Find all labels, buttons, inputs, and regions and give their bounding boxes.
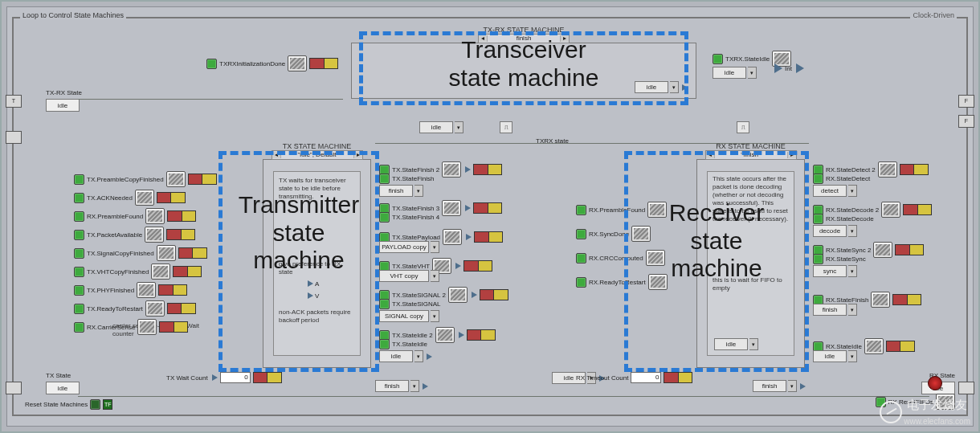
ring-dropdown-icon[interactable]: ▾ bbox=[670, 81, 679, 93]
compare-icon bbox=[800, 383, 806, 390]
compare-icon bbox=[427, 353, 432, 360]
bool-indicator-icon bbox=[74, 193, 84, 203]
tx-bool-1: TX.ACKNeeded bbox=[87, 194, 133, 202]
shift-register-right-2[interactable]: F bbox=[958, 115, 974, 128]
prev-case-icon[interactable]: ◂ bbox=[272, 152, 281, 158]
error-cluster-icon bbox=[892, 294, 921, 305]
tx-out-11: TX.StateIdle 2 bbox=[392, 332, 433, 339]
subvi-icon[interactable] bbox=[145, 300, 165, 317]
tx-and-gate: A bbox=[306, 280, 319, 288]
txrx-case-selector[interactable]: ◂ finish ▸ bbox=[478, 34, 570, 43]
ring-dropdown-icon[interactable]: ▾ bbox=[431, 241, 439, 253]
bool-indicator-icon bbox=[74, 267, 84, 277]
ring-dropdown-icon[interactable]: ▾ bbox=[431, 270, 439, 282]
tx-state-control-value[interactable]: idle bbox=[46, 382, 80, 394]
shift-register-left-2[interactable] bbox=[6, 131, 22, 144]
bool-indicator-icon bbox=[74, 285, 84, 296]
rx-out-2: detect bbox=[821, 187, 839, 194]
subvi-icon[interactable] bbox=[647, 202, 667, 218]
txrx-state-control[interactable]: TX-RX State idle bbox=[46, 89, 82, 112]
subvi-icon[interactable] bbox=[631, 226, 651, 242]
rx-idle-out: idle bbox=[726, 341, 736, 348]
subvi-icon[interactable] bbox=[881, 202, 900, 218]
subvi-icon[interactable] bbox=[137, 319, 157, 335]
ring-dropdown-icon[interactable]: ▾ bbox=[848, 265, 857, 277]
subvi-icon[interactable] bbox=[435, 327, 455, 343]
subvi-icon[interactable] bbox=[442, 200, 461, 216]
subvi-icon[interactable] bbox=[288, 55, 307, 71]
subvi-icon[interactable] bbox=[448, 287, 468, 303]
shift-register-right-3[interactable] bbox=[958, 382, 974, 394]
txrx-state-machine-case: TX-RX STATE MACHINE ◂ finish ▸ idle ▾ bbox=[351, 43, 696, 99]
shift-register-right[interactable]: F bbox=[958, 95, 974, 108]
subvi-icon[interactable] bbox=[166, 171, 186, 187]
ring-dropdown-icon[interactable]: ▾ bbox=[410, 380, 419, 392]
error-cluster-icon bbox=[900, 164, 929, 175]
next-case-icon[interactable]: ▸ bbox=[787, 152, 796, 158]
subvi-icon[interactable] bbox=[873, 242, 892, 258]
subvi-icon[interactable] bbox=[137, 282, 156, 298]
tx-bool-3: TX.PacketAvailable bbox=[87, 231, 142, 239]
init-const: ⎍ bbox=[500, 121, 512, 133]
tx-case-selector[interactable]: ◂ "idle", Default ▸ bbox=[272, 150, 363, 160]
txrx-output-ring: idle ▾ bbox=[635, 81, 688, 93]
prev-case-icon[interactable]: ◂ bbox=[479, 35, 488, 42]
bool-indicator-icon bbox=[713, 54, 723, 64]
loop-stop-button[interactable] bbox=[928, 376, 942, 390]
finish-text-3: finish bbox=[762, 382, 778, 390]
bool-indicator-icon bbox=[74, 211, 84, 222]
rx-out-5: decode bbox=[819, 227, 840, 235]
ring-dropdown-icon[interactable]: ▾ bbox=[748, 67, 757, 79]
prev-case-icon[interactable]: ◂ bbox=[706, 152, 715, 158]
reset-state-machines-control[interactable]: Reset State Machines TF bbox=[25, 399, 112, 410]
subvi-icon[interactable] bbox=[443, 229, 462, 245]
subvi-icon[interactable] bbox=[135, 190, 154, 206]
rx-out-0: RX.StateDetect 2 bbox=[826, 166, 876, 174]
tx-state-machine-case: TX STATE MACHINE ◂ "idle", Default ▸ TX … bbox=[263, 159, 371, 368]
subvi-icon[interactable] bbox=[648, 274, 668, 290]
subvi-icon[interactable] bbox=[442, 161, 461, 178]
ring-dropdown-icon[interactable]: ▾ bbox=[431, 310, 439, 322]
subvi-icon[interactable] bbox=[871, 292, 890, 308]
ring-dropdown-icon[interactable]: ▾ bbox=[848, 225, 857, 237]
equals-primitive-icon bbox=[774, 63, 782, 73]
rx-timeout-label: RX Timeout Count bbox=[576, 374, 628, 382]
ring-dropdown-icon[interactable]: ▾ bbox=[455, 121, 463, 133]
subvi-icon[interactable] bbox=[864, 338, 884, 354]
ring-dropdown-icon[interactable]: ▾ bbox=[848, 185, 857, 197]
subvi-icon[interactable] bbox=[151, 263, 170, 280]
labview-block-diagram-screenshot: Loop to Control State Machines Clock-Dri… bbox=[0, 0, 980, 433]
next-case-icon[interactable]: ▸ bbox=[560, 35, 569, 42]
ring-dropdown-icon[interactable]: ▾ bbox=[414, 350, 423, 362]
rx-timeout-value[interactable]: 0 bbox=[631, 372, 661, 383]
compare-icon bbox=[455, 263, 461, 269]
ring-dropdown-icon[interactable]: ▾ bbox=[848, 304, 857, 316]
ring-dropdown-icon[interactable]: ▾ bbox=[749, 338, 758, 350]
ring-dropdown-icon[interactable]: ▾ bbox=[788, 380, 797, 392]
txrx-state-control-label: TX-RX State bbox=[46, 89, 82, 96]
compare-icon bbox=[465, 166, 471, 173]
next-case-icon[interactable]: ▸ bbox=[353, 152, 362, 158]
tx-wait-count-value[interactable]: 0 bbox=[220, 372, 251, 383]
init-const-2: ⎍ bbox=[737, 121, 749, 133]
ring-dropdown-icon[interactable]: ▾ bbox=[848, 350, 857, 362]
bool-indicator-icon bbox=[576, 253, 586, 263]
ring-dropdown-icon[interactable]: ▾ bbox=[414, 185, 423, 197]
subvi-icon[interactable] bbox=[157, 245, 176, 261]
shift-register-left[interactable]: T bbox=[6, 95, 22, 108]
txrx-state-control-value[interactable]: idle bbox=[46, 99, 80, 112]
error-cluster-icon bbox=[167, 210, 196, 222]
rx-case-selector[interactable]: ◂ "finish" ▸ bbox=[705, 150, 797, 160]
subvi-icon[interactable] bbox=[646, 250, 665, 266]
bool-control-icon[interactable] bbox=[90, 399, 100, 410]
error-cluster-icon bbox=[903, 204, 932, 215]
shift-register-left-3[interactable] bbox=[6, 382, 22, 394]
tx-state-control[interactable]: TX State idle bbox=[46, 372, 80, 394]
idle-text-3: idle bbox=[564, 374, 574, 382]
subvi-icon[interactable] bbox=[145, 227, 164, 243]
idle-const-1: idle▾ bbox=[419, 121, 463, 133]
bool-indicator-icon bbox=[379, 339, 390, 349]
subvi-icon[interactable] bbox=[145, 208, 165, 224]
subvi-icon[interactable] bbox=[878, 161, 897, 178]
rx-out-4: RX.StateDecode bbox=[826, 215, 874, 223]
